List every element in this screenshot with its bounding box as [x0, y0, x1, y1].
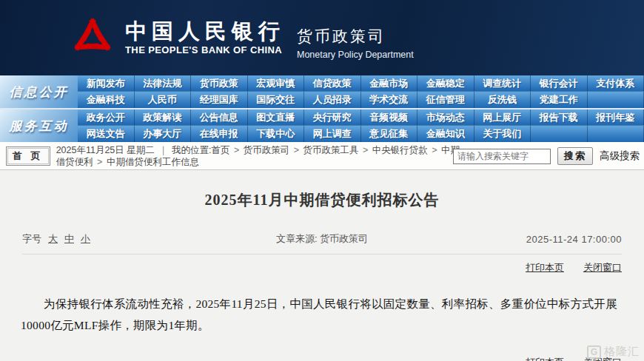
department-block: 货币政策司 Monetary Policy Department: [297, 16, 414, 60]
main-nav: 信息公开新闻发布法律法规货币政策宏观审慎信贷政策金融市场金融稳定调查统计银行会计…: [0, 75, 644, 142]
breadcrumb-bar: 首 页 2025年11月25日 星期二 ｜ 我的位置:首页 > 货币政策司 > …: [0, 142, 644, 170]
nav-item[interactable]: 办事大厅: [135, 126, 192, 142]
search-button[interactable]: 搜索: [557, 147, 593, 165]
nav-section-info-disclosure[interactable]: 信息公开: [0, 75, 78, 108]
nav-item[interactable]: 经理国库: [191, 92, 248, 108]
pboc-logo-icon: [69, 14, 116, 61]
breadcrumb-link[interactable]: 货币政策司: [244, 145, 290, 155]
watermark-text: 格隆汇: [604, 345, 640, 359]
department-name-en: Monetary Policy Department: [297, 50, 414, 60]
nav-section-service-interaction[interactable]: 服务互动: [0, 109, 78, 142]
nav-item[interactable]: 法律法规: [135, 75, 192, 92]
font-size-medium[interactable]: 中: [64, 232, 74, 246]
print-page-link[interactable]: 打印本页: [526, 356, 564, 361]
nav-item[interactable]: 网上展厅: [474, 109, 531, 126]
nav-item[interactable]: 学术交流: [361, 92, 418, 108]
nav-item[interactable]: 银行会计: [531, 75, 588, 92]
home-button-label: 首 页: [7, 148, 49, 164]
home-button[interactable]: 首 页: [6, 146, 50, 166]
breadcrumb-separator: >: [428, 145, 441, 155]
nav-item[interactable]: 信贷政策: [304, 75, 361, 92]
breadcrumb-link[interactable]: 中央银行贷款: [372, 145, 428, 155]
font-size-controls: 字号 大 中 小: [22, 232, 90, 246]
site-header: 中国人民银行 THE PEOPLE'S BANK OF CHINA 货币政策司 …: [0, 0, 644, 75]
nav-cell-empty: [588, 92, 644, 108]
nav-item[interactable]: 货币政策: [191, 75, 248, 92]
nav-item[interactable]: 反洗钱: [474, 92, 531, 108]
nav-item[interactable]: 音频视频: [361, 109, 418, 126]
article-body: 为保持银行体系流动性充裕，2025年11月25日，中国人民银行将以固定数量、利率…: [21, 293, 623, 336]
breadcrumb-separator: >: [359, 145, 372, 155]
department-name-cn: 货币政策司: [297, 26, 414, 47]
gelonghui-logo-icon: G: [587, 345, 601, 359]
nav-item[interactable]: 新闻发布: [78, 75, 135, 92]
nav-item[interactable]: 人民币: [135, 92, 192, 108]
nav-band: 信息公开新闻发布法律法规货币政策宏观审慎信贷政策金融市场金融稳定调查统计银行会计…: [0, 75, 644, 109]
nav-item[interactable]: 下载中心: [248, 126, 305, 142]
breadcrumb-separator: >: [289, 145, 303, 155]
font-size-large[interactable]: 大: [48, 232, 58, 246]
breadcrumb: 2025年11月25日 星期二 ｜ 我的位置:首页 > 货币政策司 > 货币政策…: [56, 144, 465, 168]
nav-cell-empty: [531, 126, 588, 142]
nav-item[interactable]: 金融科技: [78, 92, 135, 108]
nav-cell-empty: [588, 126, 644, 142]
nav-item[interactable]: 征信管理: [417, 92, 474, 108]
nav-item[interactable]: 公告信息: [191, 109, 248, 126]
breadcrumb-link[interactable]: 货币政策工具: [303, 145, 359, 155]
nav-item[interactable]: 宏观审慎: [248, 75, 305, 92]
bank-name-block: 中国人民银行 THE PEOPLE'S BANK OF CHINA: [125, 20, 285, 55]
nav-item[interactable]: 图文直播: [248, 109, 305, 126]
nav-item[interactable]: 金融市场: [361, 75, 418, 92]
article-source: 文章来源: 货币政策司: [276, 232, 368, 246]
font-size-small[interactable]: 小: [81, 232, 90, 246]
font-size-label: 字号: [22, 232, 41, 246]
nav-item[interactable]: 网上调查: [304, 126, 361, 142]
nav-item[interactable]: 金融知识: [417, 126, 474, 142]
nav-item[interactable]: 国际交往: [248, 92, 305, 108]
nav-item[interactable]: 调查统计: [474, 75, 531, 92]
advanced-search-link[interactable]: 高级搜索: [600, 149, 640, 163]
nav-item[interactable]: 网送文告: [78, 126, 135, 142]
nav-item[interactable]: 人员招录: [304, 92, 361, 108]
nav-item[interactable]: 政务公开: [78, 109, 135, 126]
nav-item[interactable]: 报告下载: [531, 109, 588, 126]
breadcrumb-location-label: 我的位置:首页: [172, 145, 229, 155]
article-meta-row: 字号 大 中 小 文章来源: 货币政策司 2025-11-24 17:00:00: [22, 232, 622, 254]
bank-name-cn: 中国人民银行: [125, 20, 285, 44]
article-datetime: 2025-11-24 17:00:00: [526, 234, 622, 245]
bank-name-en: THE PEOPLE'S BANK OF CHINA: [125, 44, 285, 55]
nav-item[interactable]: 支付体系: [588, 75, 644, 92]
print-close-row-top: 打印本页 关闭窗口: [0, 261, 622, 274]
close-window-link[interactable]: 关闭窗口: [583, 261, 622, 274]
print-close-row-bottom: 打印本页 关闭窗口: [0, 356, 622, 361]
search-area: 搜索 高级搜索: [453, 147, 640, 165]
gelonghui-watermark: G 格隆汇: [587, 345, 640, 359]
nav-item[interactable]: 政策解读: [135, 109, 192, 126]
breadcrumb-separator: >: [230, 145, 244, 155]
print-page-link[interactable]: 打印本页: [526, 261, 564, 274]
breadcrumb-separator: >: [93, 157, 107, 167]
nav-item[interactable]: 意见征集: [361, 126, 418, 142]
nav-item[interactable]: 金融稳定: [417, 75, 474, 92]
nav-item[interactable]: 报刊年鉴: [588, 109, 644, 126]
page-title: 2025年11月中期借贷便利招标公告: [0, 170, 644, 210]
nav-item[interactable]: 关于我们: [474, 126, 531, 142]
breadcrumb-date: 2025年11月25日 星期二: [56, 145, 155, 155]
nav-item[interactable]: 在线申报: [191, 126, 248, 142]
article-content: 2025年11月中期借贷便利招标公告 字号 大 中 小 文章来源: 货币政策司 …: [0, 170, 644, 361]
nav-item[interactable]: 市场动态: [417, 109, 474, 126]
nav-item[interactable]: 党建工作: [531, 92, 588, 108]
breadcrumb-divider: ｜: [157, 145, 169, 155]
search-input[interactable]: [453, 149, 551, 164]
nav-item[interactable]: 央行研究: [304, 109, 361, 126]
nav-band: 服务互动政务公开政策解读公告信息图文直播央行研究音频视频市场动态网上展厅报告下载…: [0, 109, 644, 142]
breadcrumb-link[interactable]: 中期借贷便利工作信息: [107, 157, 199, 167]
